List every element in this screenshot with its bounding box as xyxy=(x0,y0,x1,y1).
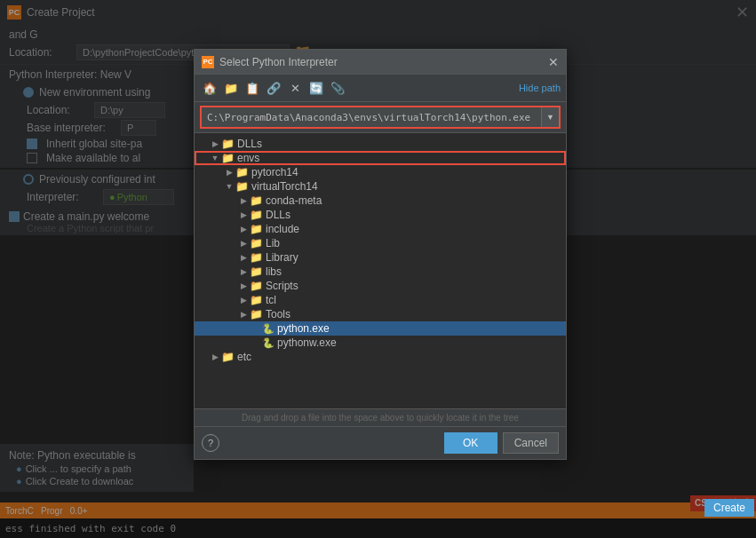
tree-item-dlls-inner[interactable]: ▶ 📁 DLLs xyxy=(195,208,566,222)
modal-close-button[interactable]: ✕ xyxy=(548,56,559,68)
create-button[interactable]: Create xyxy=(704,499,754,517)
tree-label-pytorch14: pytorch14 xyxy=(251,166,298,178)
tree-label-dlls-inner: DLLs xyxy=(266,209,290,221)
tree-label-include: include xyxy=(266,223,299,235)
file-tree[interactable]: ▶ 📁 DLLs ▼ 📁 envs ▶ 📁 pytorch14 ▼ 📁 virt… xyxy=(195,133,566,408)
tree-item-scripts[interactable]: ▶ 📁 Scripts xyxy=(195,279,566,293)
tree-item-tcl[interactable]: ▶ 📁 tcl xyxy=(195,293,566,307)
tree-arrow-libs: ▶ xyxy=(237,267,250,276)
tree-label-python-exe: python.exe xyxy=(277,322,330,335)
folder-icon-libs: 📁 xyxy=(250,265,263,278)
tree-label-envs: envs xyxy=(237,152,259,164)
tree-arrow-lib: ▶ xyxy=(237,239,250,248)
tree-item-pythonw-exe[interactable]: ▶ 🐍 pythonw.exe xyxy=(195,336,566,350)
tree-label-library: Library xyxy=(266,251,298,264)
tree-arrow-library: ▶ xyxy=(237,253,250,262)
path-input-container: ▼ xyxy=(200,106,561,129)
tree-arrow-scripts: ▶ xyxy=(237,281,250,290)
toolbar-copy-btn[interactable]: 📋 xyxy=(243,78,262,98)
folder-icon-conda-meta: 📁 xyxy=(250,194,263,207)
tree-item-virtualTorch14[interactable]: ▼ 📁 virtualTorch14 xyxy=(195,179,566,194)
folder-icon-scripts: 📁 xyxy=(250,280,263,292)
help-button[interactable]: ? xyxy=(202,434,219,452)
file-icon-pythonw-exe: 🐍 xyxy=(262,337,275,349)
tree-item-library[interactable]: ▶ 📁 Library xyxy=(195,250,566,265)
tree-arrow-include: ▶ xyxy=(237,225,250,233)
path-input[interactable] xyxy=(202,110,541,125)
tree-arrow-virtualTorch14: ▼ xyxy=(223,182,235,191)
toolbar-refresh-btn[interactable]: 🔄 xyxy=(306,78,326,98)
tree-label-tools: Tools xyxy=(266,308,290,320)
tree-arrow-envs: ▼ xyxy=(209,154,221,162)
modal-toolbar: 🏠 📁 📋 🔗 ✕ 🔄 📎 Hide path xyxy=(195,75,566,102)
ok-button[interactable]: OK xyxy=(444,432,497,454)
toolbar-attach-btn[interactable]: 📎 xyxy=(328,78,347,98)
footer-buttons: OK Cancel xyxy=(444,432,559,454)
tree-arrow-tools: ▶ xyxy=(237,310,250,319)
tree-item-envs[interactable]: ▼ 📁 envs xyxy=(195,151,566,165)
file-icon-python-exe: 🐍 xyxy=(262,323,275,335)
toolbar-delete-btn[interactable]: ✕ xyxy=(285,78,305,98)
drag-hint: Drag and drop a file into the space abov… xyxy=(195,408,566,426)
tree-item-lib[interactable]: ▶ 📁 Lib xyxy=(195,236,566,250)
toolbar-folder-btn[interactable]: 📁 xyxy=(221,78,241,98)
folder-icon-dlls-inner: 📁 xyxy=(250,209,263,221)
tree-label-conda-meta: conda-meta xyxy=(266,194,322,207)
hide-path-link[interactable]: Hide path xyxy=(519,83,561,93)
tree-label-scripts: Scripts xyxy=(266,280,298,292)
toolbar-home-btn[interactable]: 🏠 xyxy=(200,78,219,98)
tree-item-conda-meta[interactable]: ▶ 📁 conda-meta xyxy=(195,194,566,208)
folder-icon-tcl: 📁 xyxy=(250,294,263,306)
folder-icon-library: 📁 xyxy=(250,251,263,264)
toolbar-link-btn[interactable]: 🔗 xyxy=(264,78,283,98)
folder-icon-etc: 📁 xyxy=(221,351,235,363)
path-input-row: ▼ xyxy=(195,102,566,133)
tree-item-tools[interactable]: ▶ 📁 Tools xyxy=(195,307,566,321)
tree-item-include[interactable]: ▶ 📁 include xyxy=(195,222,566,236)
path-dropdown-btn[interactable]: ▼ xyxy=(541,107,559,127)
tree-label-lib: Lib xyxy=(266,237,280,249)
folder-icon-dlls: 📁 xyxy=(221,138,235,150)
tree-label-virtualTorch14: virtualTorch14 xyxy=(251,180,318,193)
folder-icon-lib: 📁 xyxy=(250,237,263,249)
tree-label-pythonw-exe: pythonw.exe xyxy=(277,336,337,349)
tree-label-etc: etc xyxy=(237,351,251,363)
tree-arrow-dlls-inner: ▶ xyxy=(237,210,250,219)
folder-icon-virtualTorch14: 📁 xyxy=(235,180,249,193)
tree-arrow-conda-meta: ▶ xyxy=(237,196,250,205)
tree-item-libs[interactable]: ▶ 📁 libs xyxy=(195,265,566,279)
tree-item-python-exe[interactable]: ▶ 🐍 python.exe xyxy=(195,321,566,336)
tree-arrow-tcl: ▶ xyxy=(237,296,250,305)
tree-label-libs: libs xyxy=(266,265,282,278)
tree-item-pytorch14[interactable]: ▶ 📁 pytorch14 xyxy=(195,165,566,179)
folder-icon-include: 📁 xyxy=(250,223,263,235)
tree-item-dlls[interactable]: ▶ 📁 DLLs xyxy=(195,137,566,151)
tree-arrow-dlls: ▶ xyxy=(209,139,221,148)
tree-label-tcl: tcl xyxy=(266,294,276,306)
folder-icon-pytorch14: 📁 xyxy=(235,166,249,178)
tree-arrow-pytorch14: ▶ xyxy=(223,168,235,177)
modal-title-text: Select Python Interpreter xyxy=(219,56,338,68)
tree-arrow-etc: ▶ xyxy=(209,352,221,361)
modal-title-icon: PC xyxy=(202,56,214,68)
tree-label-dlls: DLLs xyxy=(237,138,262,150)
cancel-button[interactable]: Cancel xyxy=(503,432,559,454)
tree-item-etc[interactable]: ▶ 📁 etc xyxy=(195,350,566,364)
folder-icon-tools: 📁 xyxy=(250,308,263,320)
modal-titlebar: PC Select Python Interpreter ✕ xyxy=(195,50,566,75)
modal-footer: ? OK Cancel xyxy=(195,426,566,459)
folder-icon-envs: 📁 xyxy=(221,152,235,164)
modal-title-area: PC Select Python Interpreter xyxy=(202,56,338,68)
select-interpreter-modal: PC Select Python Interpreter ✕ 🏠 📁 📋 🔗 ✕… xyxy=(194,49,567,460)
